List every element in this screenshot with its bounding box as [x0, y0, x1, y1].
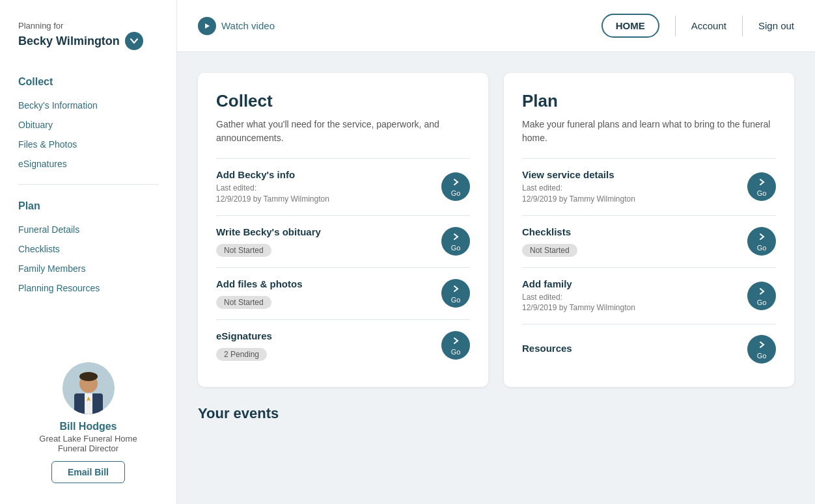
plan-item-add-family-title: Add family: [522, 278, 747, 289]
sidebar-item-files-photos[interactable]: Files & Photos: [18, 135, 158, 154]
svg-point-14: [756, 285, 767, 297]
sidebar-item-obituary[interactable]: Obituary: [18, 115, 158, 135]
obituary-status-badge: Not Started: [216, 244, 271, 257]
collect-obituary-go-btn[interactable]: Go: [441, 227, 470, 256]
planning-for-label: Planning for: [18, 21, 158, 31]
svg-point-9: [450, 231, 462, 243]
plan-item-service-details-title: View service details: [522, 169, 747, 180]
svg-point-12: [756, 176, 767, 188]
topnav-divider: [675, 16, 676, 36]
collect-beckys-info-go-btn[interactable]: Go: [441, 172, 470, 201]
planning-name-dropdown-btn[interactable]: [125, 32, 143, 50]
collect-item-esignatures: eSignatures 2 Pending Go: [216, 319, 470, 371]
svg-point-15: [756, 339, 767, 351]
svg-point-5: [79, 372, 98, 381]
collect-item-files-photos: Add files & photos Not Started Go: [216, 267, 470, 319]
plan-add-family-go-btn[interactable]: Go: [747, 282, 776, 310]
play-icon: [198, 17, 216, 35]
plan-card: Plan Make your funeral plans and learn w…: [504, 73, 794, 387]
collect-card-title: Collect: [216, 91, 470, 111]
plan-item-resources: Resources Go: [522, 324, 776, 374]
sidebar-item-funeral-details[interactable]: Funeral Details: [18, 220, 158, 239]
plan-item-add-family: Add family Last edited:12/9/2019 by Tamm…: [522, 267, 776, 325]
sidebar-item-esignatures[interactable]: eSignatures: [18, 154, 158, 174]
collect-card-description: Gather what you'll need for the service,…: [216, 118, 470, 145]
collect-card: Collect Gather what you'll need for the …: [198, 73, 488, 387]
signout-link[interactable]: Sign out: [758, 20, 794, 31]
agent-avatar: [62, 362, 115, 414]
home-button[interactable]: HOME: [601, 14, 659, 38]
agent-name: Bill Hodges: [59, 421, 117, 432]
sidebar-divider: [18, 184, 158, 185]
main-content: Watch video HOME Account Sign out Collec…: [177, 0, 815, 504]
sidebar-item-family-members[interactable]: Family Members: [18, 259, 158, 278]
sidebar-item-checklists[interactable]: Checklists: [18, 239, 158, 259]
account-link[interactable]: Account: [691, 20, 726, 31]
plan-item-checklists: Checklists Not Started Go: [522, 215, 776, 267]
collect-item-obituary: Write Becky's obituary Not Started Go: [216, 215, 470, 267]
sidebar-plan-label: Plan: [18, 200, 158, 212]
plan-service-details-go-btn[interactable]: Go: [747, 172, 776, 201]
sidebar: Planning for Becky Wilmington Collect Be…: [0, 0, 177, 504]
collect-esignatures-go-btn[interactable]: Go: [441, 331, 470, 360]
top-nav: Watch video HOME Account Sign out: [177, 0, 815, 52]
collect-item-beckys-info: Add Becky's info Last edited:12/9/2019 b…: [216, 158, 470, 215]
plan-item-service-details: View service details Last edited:12/9/20…: [522, 158, 776, 215]
plan-resources-go-btn[interactable]: Go: [747, 335, 776, 364]
sidebar-item-planning-resources[interactable]: Planning Resources: [18, 278, 158, 298]
svg-point-8: [450, 176, 462, 188]
events-section-title: Your events: [198, 405, 794, 422]
files-photos-status-badge: Not Started: [216, 296, 271, 309]
plan-item-resources-title: Resources: [522, 343, 747, 354]
collect-files-photos-go-btn[interactable]: Go: [441, 279, 470, 308]
plan-item-service-details-meta: Last edited:12/9/2019 by Tammy Wilmingto…: [522, 183, 747, 205]
cards-row: Collect Gather what you'll need for the …: [198, 73, 794, 387]
plan-checklists-go-btn[interactable]: Go: [747, 227, 776, 256]
collect-item-beckys-info-title: Add Becky's info: [216, 169, 441, 180]
plan-card-title: Plan: [522, 91, 776, 111]
dashboard: Collect Gather what you'll need for the …: [177, 52, 815, 443]
collect-item-esignatures-title: eSignatures: [216, 330, 441, 341]
plan-item-checklists-title: Checklists: [522, 226, 747, 237]
svg-point-10: [450, 283, 462, 295]
agent-company: Great Lake Funeral Home: [39, 434, 137, 444]
agent-section: Bill Hodges Great Lake Funeral Home Fune…: [18, 347, 158, 483]
svg-point-11: [450, 335, 462, 347]
plan-card-description: Make your funeral plans and learn what t…: [522, 118, 776, 145]
svg-marker-7: [205, 23, 210, 29]
collect-item-beckys-info-meta: Last edited:12/9/2019 by Tammy Wilmingto…: [216, 183, 441, 205]
collect-item-files-photos-title: Add files & photos: [216, 278, 441, 289]
collect-item-obituary-title: Write Becky's obituary: [216, 226, 441, 237]
esignatures-status-badge: 2 Pending: [216, 348, 267, 361]
planning-name: Becky Wilmington: [18, 34, 120, 48]
agent-role: Funeral Director: [58, 444, 118, 453]
sidebar-item-beckys-info[interactable]: Becky's Information: [18, 96, 158, 115]
topnav-divider-2: [742, 16, 743, 36]
checklists-status-badge: Not Started: [522, 244, 577, 257]
svg-point-13: [756, 231, 767, 243]
email-agent-button[interactable]: Email Bill: [51, 461, 125, 483]
sidebar-collect-label: Collect: [18, 76, 158, 88]
watch-video-button[interactable]: Watch video: [198, 17, 275, 35]
plan-item-add-family-meta: Last edited:12/9/2019 by Tammy Wilmingto…: [522, 292, 747, 314]
